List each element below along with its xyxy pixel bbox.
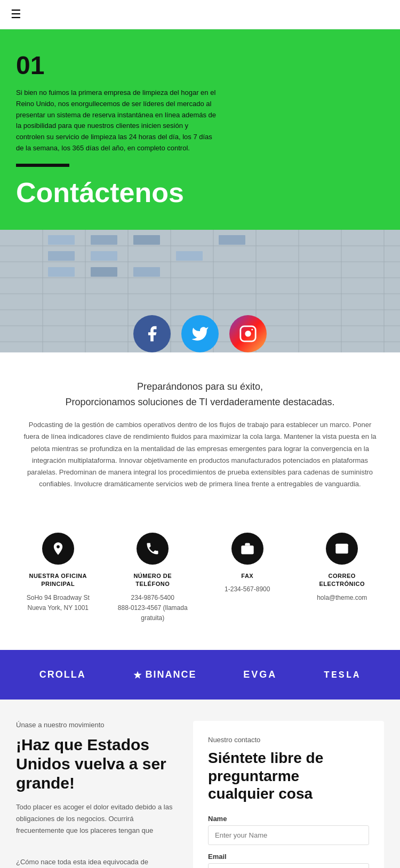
- location-icon: [51, 541, 66, 556]
- preparing-body: Podcasting de la gestión de cambios oper…: [21, 419, 379, 490]
- contact-info-row: NUESTRA OFICINAPRINCIPAL SoHo 94 Broadwa…: [0, 506, 400, 650]
- fax-icon-circle: [231, 533, 263, 565]
- contact-item-phone: NÚMERO DETELÉFONO 234-9876-5400888-0123-…: [106, 527, 201, 629]
- svg-rect-22: [176, 251, 203, 261]
- contact-form-label: Nuestro contacto: [208, 736, 369, 744]
- phone-value: 234-9876-5400888-0123-4567 (llamada grat…: [111, 593, 195, 624]
- office-label: NUESTRA OFICINAPRINCIPAL: [16, 572, 100, 589]
- office-value: SoHo 94 Broadway StNueva York, NY 1001: [16, 593, 100, 613]
- fax-icon: [240, 541, 255, 556]
- svg-rect-18: [91, 235, 117, 245]
- svg-rect-17: [48, 235, 75, 245]
- email-icon: [334, 541, 349, 556]
- hamburger-menu-icon[interactable]: ☰: [11, 7, 21, 21]
- email-label: CORREOELECTRÓNICO: [300, 572, 385, 589]
- contact-form-title: Siéntete libre de preguntarme cualquier …: [208, 749, 369, 803]
- email-value: hola@theme.com: [300, 593, 385, 603]
- name-label: Name: [208, 815, 369, 823]
- bottom-section: Únase a nuestro movimiento ¡Haz que Esta…: [0, 700, 400, 868]
- email-icon-circle: [326, 533, 358, 565]
- svg-rect-19: [48, 251, 75, 261]
- partner-crolla: CROLLA: [39, 669, 86, 680]
- instagram-icon[interactable]: [229, 315, 267, 352]
- svg-marker-32: [133, 671, 141, 678]
- name-input[interactable]: [208, 825, 369, 845]
- partner-binance: BINANCE: [133, 669, 197, 680]
- join-body-2: ¿Cómo nace toda esta idea equivocada de …: [16, 856, 177, 868]
- name-field-group: Name: [208, 815, 369, 845]
- left-column: Únase a nuestro movimiento ¡Haz que Esta…: [16, 721, 193, 868]
- svg-rect-25: [91, 267, 117, 277]
- svg-rect-20: [91, 251, 117, 261]
- fax-label: FAX: [205, 572, 290, 580]
- svg-rect-26: [133, 267, 160, 277]
- header: ☰: [0, 0, 400, 29]
- svg-rect-24: [48, 267, 75, 277]
- facebook-icon[interactable]: [133, 315, 171, 352]
- hero-body: Si bien no fuimos la primera empresa de …: [16, 87, 219, 154]
- join-body-1: Todo placer es acoger el dolor evitado d…: [16, 801, 177, 837]
- hero-section: 01 Si bien no fuimos la primera empresa …: [0, 29, 400, 230]
- email-label: Email: [208, 853, 369, 861]
- join-label: Únase a nuestro movimiento: [16, 721, 177, 729]
- email-input[interactable]: [208, 863, 369, 868]
- contact-item-fax: FAX 1-234-567-8900: [200, 527, 295, 629]
- partners-section: CROLLA BINANCE EVGA TESLA: [0, 650, 400, 700]
- twitter-icon[interactable]: [181, 315, 219, 352]
- phone-label: NÚMERO DETELÉFONO: [111, 572, 195, 589]
- partner-evga: EVGA: [243, 669, 277, 680]
- hero-title: Contáctenos: [16, 176, 384, 208]
- right-column: Nuestro contacto Siéntete libre de pregu…: [193, 721, 384, 868]
- contact-item-email: CORREOELECTRÓNICO hola@theme.com: [295, 527, 390, 629]
- contact-item-office: NUESTRA OFICINAPRINCIPAL SoHo 94 Broadwa…: [11, 527, 106, 629]
- join-title: ¡Haz que Estados Unidos vuelva a ser gra…: [16, 735, 177, 793]
- partner-tesla: TESLA: [324, 670, 361, 680]
- fax-value: 1-234-567-8900: [205, 584, 290, 594]
- svg-rect-21: [133, 235, 160, 245]
- phone-icon-circle: [137, 533, 169, 565]
- hero-number: 01: [16, 51, 384, 80]
- svg-rect-23: [219, 235, 245, 245]
- email-field-group: Email: [208, 853, 369, 868]
- phone-icon: [145, 541, 160, 556]
- hero-divider: [16, 164, 69, 167]
- preparing-title: Preparándonos para su éxito, Proporciona…: [21, 379, 379, 410]
- social-icons-row: [133, 315, 267, 352]
- location-icon-circle: [42, 533, 74, 565]
- building-section: [0, 230, 400, 352]
- preparing-section: Preparándonos para su éxito, Proporciona…: [0, 352, 400, 506]
